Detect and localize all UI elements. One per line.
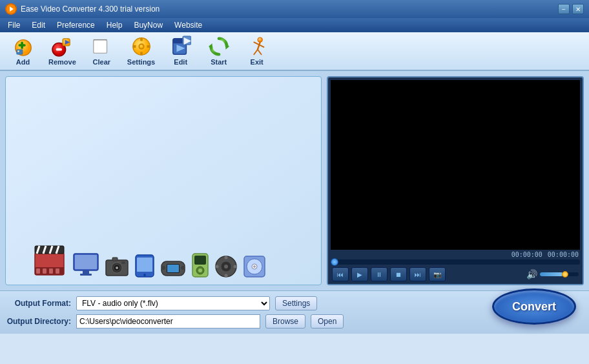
media-icons [32, 243, 266, 278]
clear-icon [91, 36, 112, 57]
app-icon [5, 3, 17, 15]
edit-button[interactable]: Edit [163, 34, 198, 68]
bottom-area: Output Format: FLV - audio only (*.flv)M… [0, 290, 589, 334]
svg-rect-45 [75, 255, 97, 269]
toolbar: Add [0, 32, 589, 71]
progress-thumb [331, 258, 338, 266]
svg-line-32 [258, 50, 262, 55]
convert-section: Convert [492, 288, 576, 325]
ipod-icon [191, 252, 209, 278]
screenshot-button[interactable]: 📷 [429, 267, 446, 281]
menu-file[interactable]: File [3, 19, 25, 31]
svg-point-56 [143, 274, 146, 276]
remove-icon [52, 36, 72, 57]
exit-button[interactable]: Exit [239, 34, 274, 68]
clear-label: Clear [93, 58, 111, 66]
svg-point-61 [181, 266, 185, 270]
svg-point-19 [140, 45, 143, 48]
svg-point-76 [253, 265, 256, 268]
skip-back-button[interactable]: ⏮ [332, 267, 349, 281]
preview-progress-bar[interactable] [331, 259, 580, 265]
svg-rect-16 [132, 45, 136, 48]
remove-button[interactable]: Remove [43, 34, 81, 68]
start-label: Start [211, 58, 227, 66]
svg-rect-63 [194, 256, 206, 265]
main-content: 00:00:00 00:00:00 ⏮ ▶ ⏸ ⏹ ⏭ 📷 [0, 71, 589, 290]
convert-button[interactable]: Convert [492, 288, 576, 325]
start-icon [209, 36, 229, 57]
svg-point-69 [225, 256, 228, 259]
volume-fill [540, 272, 563, 276]
directory-label: Output Directory: [6, 317, 71, 326]
svg-rect-41 [43, 268, 46, 274]
svg-rect-47 [80, 274, 92, 276]
svg-line-31 [254, 50, 258, 55]
edit-label: Edit [174, 58, 187, 66]
settings-button[interactable]: Settings [122, 34, 160, 68]
directory-input[interactable] [76, 314, 260, 329]
preview-screen [331, 80, 580, 250]
film-reel-icon [214, 255, 238, 278]
camera-icon [105, 254, 129, 278]
svg-rect-52 [112, 258, 118, 261]
svg-point-68 [224, 265, 228, 268]
start-button[interactable]: Start [201, 34, 236, 68]
minimize-button[interactable]: − [558, 4, 570, 14]
menu-buynow[interactable]: BuyNow [129, 19, 168, 31]
svg-line-28 [258, 42, 260, 49]
format-label: Output Format: [6, 299, 71, 308]
preview-controls: ⏮ ▶ ⏸ ⏹ ⏭ 📷 🔊 [328, 265, 583, 284]
add-label: Add [16, 58, 30, 66]
preview-time-bar: 00:00:00 00:00:00 [328, 250, 583, 259]
disc-icon [243, 255, 266, 278]
format-select[interactable]: FLV - audio only (*.flv)MP4 (*.mp4)AVI (… [76, 296, 270, 310]
remove-label: Remove [48, 58, 76, 66]
svg-rect-59 [167, 265, 179, 272]
close-button[interactable]: ✕ [572, 4, 584, 14]
svg-point-72 [234, 265, 237, 268]
exit-icon [247, 36, 267, 57]
svg-point-65 [198, 268, 202, 272]
psp-icon [160, 259, 186, 278]
clear-button[interactable]: Clear [84, 34, 119, 68]
pause-button[interactable]: ⏸ [371, 267, 388, 281]
menu-website[interactable]: Website [169, 19, 207, 31]
file-list-panel[interactable] [5, 76, 322, 285]
svg-line-29 [254, 42, 259, 45]
svg-rect-53 [121, 261, 125, 264]
add-button[interactable]: Add [5, 34, 41, 68]
svg-rect-8 [56, 48, 62, 51]
add-icon [13, 36, 34, 57]
svg-rect-55 [137, 258, 152, 272]
menu-help[interactable]: Help [101, 19, 128, 31]
svg-rect-4 [18, 44, 25, 46]
skip-forward-button[interactable]: ⏭ [409, 267, 426, 281]
volume-slider[interactable] [540, 272, 579, 276]
format-settings-button[interactable]: Settings [275, 296, 317, 310]
svg-point-71 [216, 265, 219, 268]
menu-bar: File Edit Preference Help BuyNow Website [0, 18, 589, 32]
svg-rect-11 [94, 40, 107, 54]
svg-point-6 [17, 50, 19, 52]
play-button[interactable]: ▶ [351, 267, 368, 281]
settings-icon [131, 36, 152, 57]
browse-button[interactable]: Browse [265, 314, 305, 329]
exit-label: Exit [251, 58, 264, 66]
svg-rect-17 [147, 45, 150, 48]
svg-rect-42 [49, 268, 53, 274]
title-text: Ease Video Converter 4.300 trial version [21, 5, 160, 14]
open-button[interactable]: Open [311, 314, 344, 329]
time-current: 00:00:00 [512, 251, 542, 258]
menu-preference[interactable]: Preference [52, 19, 100, 31]
svg-point-70 [225, 274, 228, 278]
preview-panel: 00:00:00 00:00:00 ⏮ ▶ ⏸ ⏹ ⏭ 📷 [327, 76, 584, 285]
settings-label: Settings [127, 58, 155, 66]
menu-edit[interactable]: Edit [26, 19, 50, 31]
app-window: Ease Video Converter 4.300 trial version… [0, 0, 589, 364]
volume-area: 🔊 [526, 269, 579, 279]
edit-icon [170, 36, 191, 57]
title-bar: Ease Video Converter 4.300 trial version… [0, 0, 589, 18]
svg-point-60 [161, 266, 165, 270]
stop-button[interactable]: ⏹ [390, 267, 407, 281]
phone-icon [134, 254, 155, 278]
